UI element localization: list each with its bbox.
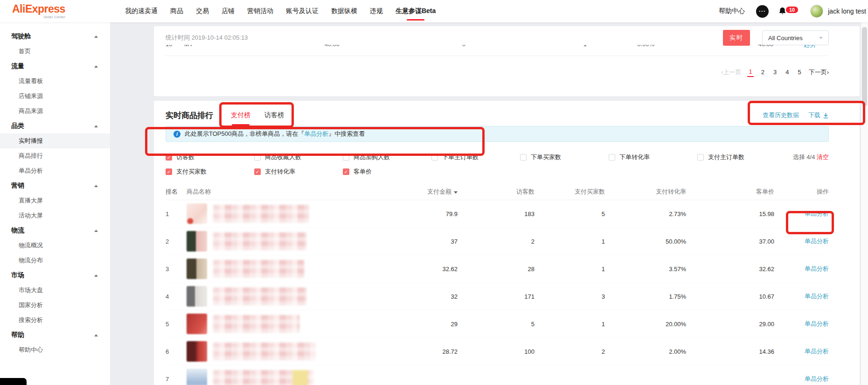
column-header[interactable]: 访客数 <box>458 188 535 196</box>
top-navbar: AliExpress Seller Center 我的速卖通商品交易店铺营销活动… <box>0 0 868 22</box>
filter-checkbox[interactable]: 商品收藏人数 <box>254 153 343 161</box>
product-image[interactable] <box>187 231 207 252</box>
sidebar-item[interactable]: 市场大盘 <box>0 283 110 298</box>
product-image[interactable] <box>187 203 207 224</box>
product-analysis-link[interactable]: 单品分析 <box>805 320 829 327</box>
sidebar-section-header[interactable]: 帮助 <box>0 328 110 343</box>
sidebar-item[interactable]: 首页 <box>0 44 110 59</box>
sidebar-item[interactable]: 帮助中心 <box>0 343 110 357</box>
tab-payment-rank[interactable]: 支付榜 <box>231 111 250 119</box>
help-center-link[interactable]: 帮助中心 <box>719 7 745 15</box>
filter-checkbox[interactable]: 下单买家数 <box>520 153 609 161</box>
column-header[interactable]: 排名 <box>166 188 187 196</box>
chat-icon[interactable]: ··· <box>756 5 769 18</box>
sidebar-section-header[interactable]: 流量 <box>0 59 110 74</box>
logo-title: AliExpress <box>12 4 65 14</box>
product-image[interactable] <box>187 369 207 385</box>
sidebar-section-header[interactable]: 物流 <box>0 223 110 238</box>
product-image[interactable] <box>187 314 207 334</box>
product-image[interactable] <box>187 341 207 362</box>
column-header[interactable]: 支付买家数 <box>535 188 605 196</box>
column-header[interactable]: 商品名称 <box>187 188 368 196</box>
sidebar-section-header[interactable]: 驾驶舱 <box>0 29 110 44</box>
filter-checkbox[interactable]: ✓支付转化率 <box>254 168 343 176</box>
banner-text-before: 此处展示TOP500商品，非榜单商品，请在『 <box>185 130 304 138</box>
clear-link[interactable]: 清空 <box>817 154 829 161</box>
product-cell <box>187 314 368 334</box>
download-link[interactable]: 下载 <box>808 111 829 119</box>
product-name-blurred <box>213 343 316 360</box>
product-analysis-link[interactable]: 单品分析 <box>805 265 829 272</box>
sidebar-item[interactable]: 国家分析 <box>0 298 110 313</box>
realtime-button[interactable]: 实时 <box>723 30 750 46</box>
product-analysis-link[interactable]: 单品分析 <box>805 210 829 217</box>
page-number[interactable]: 2 <box>760 68 766 77</box>
pagination: ‹上一页12345下一页› <box>166 67 829 77</box>
sidebar-section-header[interactable]: 品类 <box>0 119 110 133</box>
nav-menu: 我的速卖通商品交易店铺营销活动账号及认证数据纵横违规生意参谋Beta <box>125 0 436 22</box>
scrollbar[interactable] <box>861 22 868 385</box>
user-name[interactable]: jack long test <box>828 7 866 15</box>
column-header[interactable]: 支付转化率 <box>605 188 686 196</box>
sidebar-item[interactable]: 直播大屏 <box>0 193 110 208</box>
payment-amount-cell: 32 <box>368 293 458 300</box>
pagination-prev[interactable]: ‹上一页 <box>721 68 741 77</box>
sidebar-section-header[interactable]: 市场 <box>0 268 110 283</box>
black-corner-bar <box>0 378 27 385</box>
banner-analysis-link[interactable]: 单品分析 <box>304 130 328 138</box>
nav-item[interactable]: 交易 <box>196 0 209 22</box>
column-header[interactable]: 支付金额 <box>368 188 458 196</box>
filter-checkbox[interactable]: 下单主订单数 <box>431 153 520 161</box>
table-cell: 10 <box>166 45 184 49</box>
notifications-button[interactable]: 10 <box>778 7 799 16</box>
nav-item[interactable]: 店铺 <box>222 0 235 22</box>
nav-item[interactable]: 商品 <box>170 0 183 22</box>
nav-item[interactable]: 账号及认证 <box>286 0 319 22</box>
filter-checkbox[interactable]: 支付主订单数 <box>697 153 786 161</box>
product-image[interactable] <box>187 259 207 279</box>
page-number[interactable]: 5 <box>796 68 802 77</box>
nav-item[interactable]: 我的速卖通 <box>125 0 158 22</box>
sidebar-item[interactable]: 物流分布 <box>0 253 110 268</box>
product-analysis-link[interactable]: 单品分析 <box>805 238 829 245</box>
view-history-link[interactable]: 查看历史数据 <box>763 111 799 119</box>
sidebar-item[interactable]: 活动大屏 <box>0 208 110 223</box>
filter-checkbox[interactable]: 商品加购人数 <box>343 153 431 161</box>
sidebar-item[interactable]: 单品分析 <box>0 163 110 178</box>
filter-label: 客单价 <box>354 168 372 176</box>
sidebar-section-header[interactable]: 营销 <box>0 178 110 193</box>
product-analysis-link[interactable]: 单品分析 <box>805 293 829 300</box>
sidebar-item[interactable]: 搜索分析 <box>0 313 110 328</box>
avatar[interactable] <box>810 5 823 18</box>
sidebar-item[interactable]: 物流概况 <box>0 238 110 253</box>
sidebar-item[interactable]: 商品来源 <box>0 104 110 119</box>
product-analysis-link[interactable]: 单品分析 <box>805 348 829 355</box>
filter-checkbox[interactable]: ✓客单价 <box>343 168 431 176</box>
filter-checkbox[interactable]: ✓支付买家数 <box>166 168 254 176</box>
scrollbar-thumb[interactable] <box>862 27 867 106</box>
pagination-next[interactable]: 下一页› <box>809 68 829 77</box>
sidebar-item[interactable]: 实时播报 <box>0 133 110 148</box>
stats-time-value: 2019-10-14 02:05:13 <box>192 34 248 41</box>
country-select[interactable]: All Countries <box>762 30 829 45</box>
sidebar-item[interactable]: 商品排行 <box>0 148 110 163</box>
page-number[interactable]: 4 <box>784 68 790 77</box>
trend-link[interactable]: 趋势 <box>804 45 816 48</box>
product-image[interactable] <box>187 286 207 307</box>
aliexpress-logo[interactable]: AliExpress Seller Center <box>12 4 65 19</box>
sidebar-item[interactable]: 店铺来源 <box>0 89 110 104</box>
filter-checkbox[interactable]: 下单转化率 <box>609 153 697 161</box>
page-number[interactable]: 3 <box>772 68 778 77</box>
column-header[interactable]: 客单价 <box>686 188 774 196</box>
nav-item[interactable]: 生意参谋Beta <box>396 0 436 22</box>
page-number[interactable]: 1 <box>747 67 753 77</box>
column-header[interactable]: 操作 <box>774 188 829 196</box>
nav-item[interactable]: 营销活动 <box>247 0 273 22</box>
nav-item[interactable]: 数据纵横 <box>331 0 357 22</box>
sidebar-item[interactable]: 流量看板 <box>0 74 110 89</box>
nav-item[interactable]: 违规 <box>370 0 383 22</box>
stats-time: 统计时间 2019-10-14 02:05:13 <box>166 34 248 42</box>
product-analysis-link[interactable]: 单品分析 <box>805 375 829 382</box>
filter-checkbox[interactable]: ✓访客数 <box>166 153 254 161</box>
tab-visitor-rank[interactable]: 访客榜 <box>264 111 284 119</box>
